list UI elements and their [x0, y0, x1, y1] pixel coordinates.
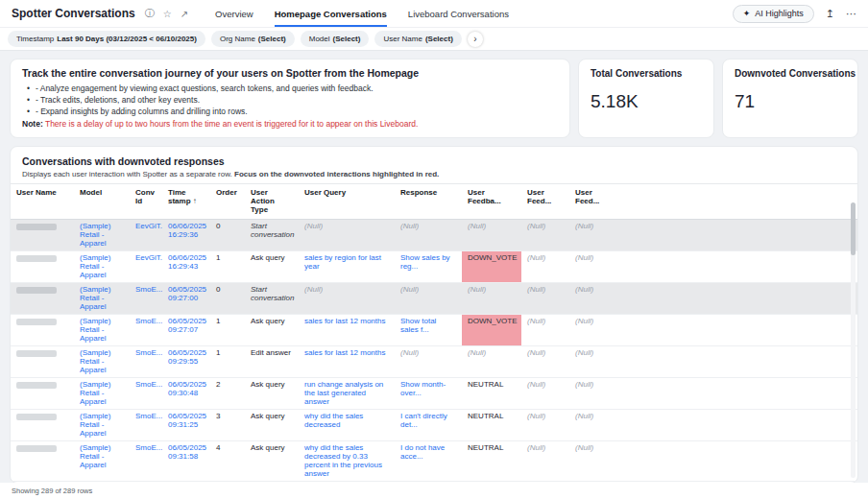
cell-conv-id[interactable]: EevGiT... — [130, 251, 162, 283]
cell-conv-id[interactable]: SmoE... — [130, 315, 162, 346]
cell-user-name[interactable] — [11, 410, 74, 441]
share-icon[interactable]: ↗ — [181, 9, 188, 19]
cell-timestamp[interactable]: 06/05/202509:27:07 — [162, 315, 210, 346]
cell-user-feedback-3[interactable]: (Null) — [569, 410, 621, 441]
kpi-downvoted-conversations[interactable]: Downvoted Conversations 71 — [722, 59, 858, 138]
cell-order[interactable]: 1 — [210, 346, 245, 378]
column-header-user-feedba[interactable]: User Feedba... — [462, 184, 521, 220]
column-header-user-feed[interactable]: User Feed... — [569, 184, 621, 220]
cell-user-feedback[interactable]: NEUTRAL — [462, 441, 521, 482]
cell-user-name[interactable] — [11, 378, 74, 410]
info-icon[interactable]: ⓘ — [145, 7, 155, 20]
ai-highlights-button[interactable]: ✦ AI Highlights — [733, 5, 814, 23]
cell-user-name[interactable] — [11, 441, 74, 482]
cell-timestamp[interactable]: 06/05/202509:27:00 — [162, 283, 210, 315]
cell-timestamp[interactable]: 06/05/202509:31:58 — [162, 441, 210, 482]
filter-chip-org-name[interactable]: Org Name (Select) — [211, 31, 295, 47]
cell-user-feedback-2[interactable]: (Null) — [521, 315, 569, 346]
filter-chip-model[interactable]: Model (Select) — [301, 31, 370, 47]
cell-user-feedback[interactable]: (Null) — [462, 220, 521, 251]
cell-user-feedback-2[interactable]: (Null) — [521, 251, 569, 283]
cell-model[interactable]: (Sample) Retail - Apparel — [74, 346, 130, 378]
filter-chip-timestamp[interactable]: Timestamp Last 90 Days (03/12/2025 < 06/… — [8, 31, 205, 47]
cell-timestamp[interactable]: 06/06/202516:29:36 — [162, 220, 210, 251]
cell-user-feedback-2[interactable]: (Null) — [521, 346, 569, 378]
cell-user-query[interactable]: (Null) — [299, 283, 395, 315]
cell-model[interactable]: (Sample) Retail - Apparel — [74, 410, 130, 441]
cell-user-name[interactable] — [11, 220, 74, 251]
cell-user-feedback-3[interactable]: (Null) — [569, 251, 621, 283]
cell-user-feedback[interactable]: DOWN_VOTE — [462, 251, 521, 283]
cell-user-query[interactable]: why did the sales decreased by 0.33 perc… — [299, 441, 395, 482]
cell-timestamp[interactable]: 06/06/202516:29:43 — [162, 251, 210, 283]
table-row[interactable]: (Sample) Retail - ApparelEevGiT...06/06/… — [11, 251, 857, 283]
cell-model[interactable]: (Sample) Retail - Apparel — [74, 441, 130, 482]
cell-user-feedback-3[interactable]: (Null) — [569, 378, 621, 410]
cell-user-feedback-3[interactable]: (Null) — [569, 283, 621, 315]
cell-user-query[interactable]: sales by region for last year — [299, 251, 395, 283]
table-row[interactable]: (Sample) Retail - ApparelSmoE...06/05/20… — [11, 283, 857, 315]
tab-overview[interactable]: Overview — [215, 0, 253, 27]
cell-timestamp[interactable]: 06/05/202509:29:55 — [162, 346, 210, 378]
table-row[interactable]: (Sample) Retail - ApparelSmoE...06/05/20… — [11, 346, 857, 378]
table-row[interactable]: (Sample) Retail - ApparelSmoE...06/05/20… — [11, 315, 857, 346]
cell-user-feedback[interactable]: (Null) — [462, 283, 521, 315]
cell-response[interactable]: Show sales by reg... — [395, 251, 462, 283]
cell-conv-id[interactable]: SmoE... — [130, 346, 162, 378]
cell-order[interactable]: 3 — [210, 410, 245, 441]
cell-user-feedback[interactable]: NEUTRAL — [462, 378, 521, 410]
table-row[interactable]: (Sample) Retail - ApparelEevGiT...06/06/… — [11, 220, 857, 251]
cell-response[interactable]: I do not have acce... — [395, 441, 462, 482]
column-header-user-query[interactable]: User Query — [299, 184, 395, 220]
cell-user-action-type[interactable]: Ask query — [245, 410, 299, 441]
column-header-user-name[interactable]: User Name — [11, 184, 74, 220]
cell-user-name[interactable] — [11, 346, 74, 378]
more-options-icon[interactable]: ⋯ — [846, 8, 856, 20]
cell-user-action-type[interactable]: Ask query — [245, 315, 299, 346]
tab-homepage-conversations[interactable]: Homepage Conversations — [275, 0, 387, 27]
column-header-user-feed[interactable]: User Feed... — [521, 184, 569, 220]
table-row[interactable]: (Sample) Retail - ApparelSmoE...06/05/20… — [11, 410, 857, 441]
cell-user-feedback-3[interactable]: (Null) — [569, 220, 621, 251]
cell-user-query[interactable]: sales for last 12 months — [299, 315, 395, 346]
cell-user-feedback-3[interactable]: (Null) — [569, 346, 621, 378]
cell-order[interactable]: 1 — [210, 251, 245, 283]
cell-user-action-type[interactable]: Ask query — [245, 441, 299, 482]
cell-user-feedback[interactable]: NEUTRAL — [462, 410, 521, 441]
cell-order[interactable]: 0 — [210, 283, 245, 315]
cell-user-name[interactable] — [11, 283, 74, 315]
export-icon[interactable]: ↥ — [826, 8, 834, 20]
cell-user-feedback[interactable]: (Null) — [462, 346, 521, 378]
cell-model[interactable]: (Sample) Retail - Apparel — [74, 251, 130, 283]
cell-order[interactable]: 0 — [210, 220, 245, 251]
column-header-order[interactable]: Order — [210, 184, 245, 220]
kpi-total-conversations[interactable]: Total Conversations 5.18K — [578, 59, 714, 138]
favorite-star-icon[interactable]: ☆ — [163, 9, 172, 19]
cell-user-feedback-2[interactable]: (Null) — [521, 441, 569, 482]
cell-user-query[interactable]: why did the sales decreased — [299, 410, 395, 441]
table-row[interactable]: (Sample) Retail - ApparelSmoE...06/05/20… — [11, 378, 857, 410]
filter-chip-user-name[interactable]: User Name (Select) — [374, 31, 461, 47]
cell-user-feedback-2[interactable]: (Null) — [521, 410, 569, 441]
cell-conv-id[interactable]: EevGiT... — [130, 220, 162, 251]
cell-response[interactable]: (Null) — [395, 283, 462, 315]
column-header-response[interactable]: Response — [395, 184, 462, 220]
cell-model[interactable]: (Sample) Retail - Apparel — [74, 378, 130, 410]
column-header-model[interactable]: Model — [74, 184, 130, 220]
column-header-conv-id[interactable]: Conv Id — [130, 184, 162, 220]
cell-timestamp[interactable]: 06/05/202509:30:48 — [162, 378, 210, 410]
cell-order[interactable]: 2 — [210, 378, 245, 410]
vertical-scrollbar[interactable] — [851, 202, 856, 478]
scrollbar-thumb[interactable] — [851, 202, 856, 255]
cell-conv-id[interactable]: SmoE... — [130, 283, 162, 315]
cell-user-feedback-2[interactable]: (Null) — [521, 283, 569, 315]
cell-user-name[interactable] — [11, 251, 74, 283]
cell-user-action-type[interactable]: Ask query — [245, 378, 299, 410]
cell-model[interactable]: (Sample) Retail - Apparel — [74, 283, 130, 315]
tab-liveboard-conversations[interactable]: Liveboard Conversations — [408, 0, 509, 27]
cell-response[interactable]: Show total sales f... — [395, 315, 462, 346]
cell-user-action-type[interactable]: Start conversation — [245, 283, 299, 315]
cell-model[interactable]: (Sample) Retail - Apparel — [74, 220, 130, 251]
cell-response[interactable]: Show month-over... — [395, 378, 462, 410]
cell-user-action-type[interactable]: Edit answer — [245, 346, 299, 378]
